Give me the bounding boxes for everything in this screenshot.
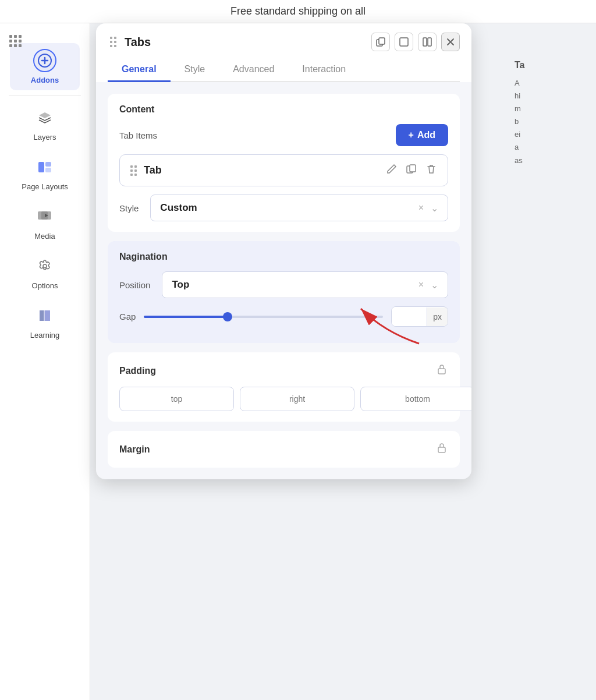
svg-rect-2 <box>45 162 51 167</box>
content-section-title: Content <box>119 104 448 115</box>
tab-edit-icon[interactable] <box>386 163 398 178</box>
options-label: Options <box>32 281 58 290</box>
layout-icon <box>37 159 53 175</box>
gap-slider-fill <box>144 316 228 318</box>
panel-view1-button[interactable] <box>395 33 413 51</box>
position-clear-icon[interactable]: × <box>418 280 424 290</box>
sidebar-menu-icon <box>7 33 23 49</box>
panel-title-row: Tabs <box>108 33 460 51</box>
style-chevron-icon[interactable]: ⌄ <box>431 203 438 214</box>
style-dropdown[interactable]: Custom × ⌄ <box>150 195 448 221</box>
tab-style[interactable]: Style <box>171 58 219 82</box>
media-icon <box>37 208 53 225</box>
close-icon <box>446 37 455 47</box>
panel-controls <box>371 33 460 51</box>
book-icon-wrapper <box>33 304 56 327</box>
gap-slider-track[interactable] <box>144 316 383 318</box>
media-label: Media <box>34 232 55 241</box>
gap-value-input[interactable] <box>392 307 427 326</box>
book-icon <box>37 307 53 324</box>
padding-inputs <box>119 387 448 411</box>
right-body: Ahimbeiaas <box>515 77 584 167</box>
panel-view2-button[interactable] <box>418 33 437 51</box>
panel-drag-handle[interactable] <box>108 34 119 50</box>
panel-header: Tabs <box>96 23 471 82</box>
svg-rect-16 <box>438 447 445 452</box>
margin-section: Margin <box>108 431 460 468</box>
right-title: Ta <box>515 58 584 72</box>
tab-advanced[interactable]: Advanced <box>219 58 288 82</box>
tab-item-drag-handle[interactable] <box>130 165 137 176</box>
style-clear-icon[interactable]: × <box>418 203 424 213</box>
padding-section: Padding <box>108 352 460 422</box>
tab-duplicate-icon[interactable] <box>406 163 417 178</box>
page-layouts-label: Page Layouts <box>22 182 68 191</box>
position-chevron-icon[interactable]: ⌄ <box>431 280 438 291</box>
layers-icon <box>37 109 53 126</box>
gap-row: Gap px <box>119 306 448 327</box>
options-icon <box>37 258 53 274</box>
tabs-panel: Tabs <box>96 23 471 479</box>
tab-items-label: Tab Items <box>119 130 157 140</box>
sidebar-item-media[interactable]: Media <box>10 199 80 246</box>
svg-rect-1 <box>38 162 44 172</box>
style-label: Style <box>119 203 139 213</box>
sidebar-item-learning[interactable]: Learning <box>10 298 80 345</box>
sidebar-item-addons[interactable]: Addons <box>10 43 80 90</box>
position-dropdown-controls: × ⌄ <box>418 280 438 291</box>
padding-lock-icon[interactable] <box>435 363 448 379</box>
tab-interaction[interactable]: Interaction <box>288 58 360 82</box>
sidebar-item-options[interactable]: Options <box>10 249 80 296</box>
svg-rect-15 <box>438 369 445 374</box>
layout-icon-wrapper <box>33 155 56 179</box>
addons-icon-wrapper <box>33 49 56 72</box>
gap-label: Gap <box>119 312 136 321</box>
panel-tabs: General Style Advanced Interaction <box>108 58 460 82</box>
padding-bottom-input[interactable] <box>360 387 471 411</box>
content-section: Content Tab Items + Add Tab <box>108 94 460 232</box>
gap-slider-thumb[interactable] <box>223 312 232 321</box>
style-dropdown-controls: × ⌄ <box>418 203 438 214</box>
add-icon: + <box>409 130 414 140</box>
panel-duplicate-button[interactable] <box>371 33 390 51</box>
position-dropdown[interactable]: Top × ⌄ <box>162 271 448 298</box>
padding-top-input[interactable] <box>119 387 234 411</box>
layers-icon-wrapper <box>33 106 56 129</box>
nagination-title: Nagination <box>119 252 448 262</box>
position-value: Top <box>172 279 189 291</box>
gap-value-box: px <box>391 306 448 327</box>
tab-items-row: Tab Items + Add <box>119 124 448 146</box>
svg-point-7 <box>43 264 47 268</box>
tab-general[interactable]: General <box>108 58 171 82</box>
padding-right-input[interactable] <box>240 387 354 411</box>
sidebar-item-page-layouts[interactable]: Page Layouts <box>10 150 80 197</box>
plus-icon <box>38 54 52 68</box>
tab-delete-icon[interactable] <box>425 163 437 178</box>
padding-header: Padding <box>119 363 448 379</box>
divider-1 <box>9 95 80 96</box>
nagination-section: Nagination Position Top × ⌄ Gap <box>108 241 460 343</box>
svg-rect-3 <box>45 168 51 172</box>
tab-item-name: Tab <box>144 164 162 176</box>
panel-close-button[interactable] <box>441 33 460 51</box>
position-label: Position <box>119 280 150 290</box>
margin-lock-icon[interactable] <box>435 441 448 457</box>
panel-title: Tabs <box>125 36 151 49</box>
panel-title-left: Tabs <box>108 34 371 50</box>
svg-rect-10 <box>400 38 408 46</box>
padding-title: Padding <box>119 366 156 376</box>
add-label: Add <box>417 130 435 140</box>
style-value: Custom <box>160 202 197 214</box>
top-bar: Free standard shipping on all <box>0 0 596 23</box>
gap-unit: px <box>427 307 448 326</box>
options-icon-wrapper <box>33 254 56 278</box>
media-icon-wrapper <box>33 205 56 228</box>
tab-item-row: Tab <box>119 154 448 186</box>
learning-label: Learning <box>30 331 60 340</box>
duplicate-icon <box>375 37 386 47</box>
svg-rect-11 <box>423 38 427 46</box>
add-tab-button[interactable]: + Add <box>396 124 448 146</box>
view1-icon <box>399 37 409 47</box>
sidebar-item-layers[interactable]: Layers <box>10 100 80 147</box>
sidebar: Addons Layers Page Layouts <box>0 23 90 700</box>
